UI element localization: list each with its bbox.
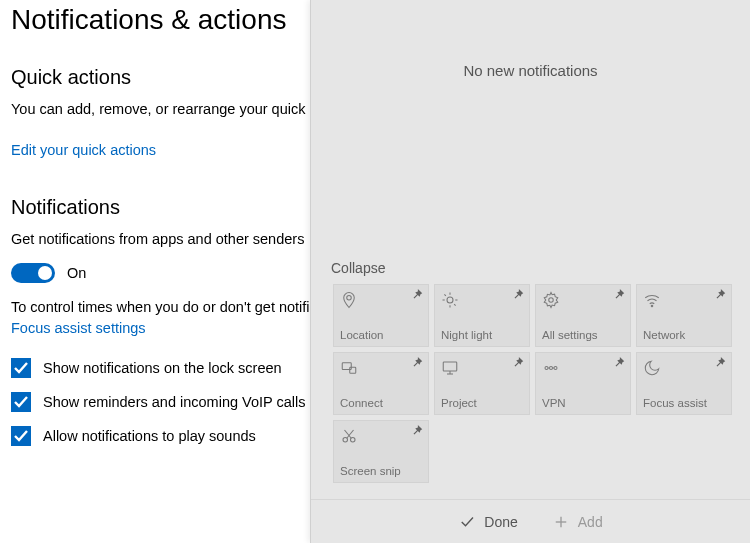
checkmark-icon xyxy=(11,392,31,412)
add-button[interactable]: Add xyxy=(552,513,603,531)
checkbox-label: Show notifications on the lock screen xyxy=(43,360,282,376)
collapse-button[interactable]: Collapse xyxy=(311,260,750,284)
checkbox-play-sounds[interactable] xyxy=(11,426,31,446)
location-icon xyxy=(340,291,358,309)
pin-icon xyxy=(410,424,424,438)
checkbox-reminders-voip[interactable] xyxy=(11,392,31,412)
pin-icon xyxy=(511,356,525,370)
checkmark-icon xyxy=(458,513,476,531)
tile-location[interactable]: Location xyxy=(333,284,429,347)
get-notifications-toggle[interactable] xyxy=(11,263,55,283)
svg-line-7 xyxy=(454,304,456,306)
flyout-footer: Done Add xyxy=(311,499,750,543)
tile-label: Focus assist xyxy=(643,397,725,410)
plus-icon xyxy=(552,513,570,531)
checkbox-label: Allow notifications to play sounds xyxy=(43,428,256,444)
snip-icon xyxy=(340,427,358,445)
tile-label: VPN xyxy=(542,397,624,410)
checkmark-icon xyxy=(11,426,31,446)
pin-icon xyxy=(511,288,525,302)
svg-line-6 xyxy=(444,294,446,296)
svg-point-1 xyxy=(447,297,453,303)
tile-vpn[interactable]: VPN xyxy=(535,352,631,415)
pin-icon xyxy=(612,288,626,302)
svg-rect-11 xyxy=(350,367,356,373)
no-notifications-message: No new notifications xyxy=(311,0,750,140)
checkmark-icon xyxy=(11,358,31,378)
vpn-icon xyxy=(542,359,560,377)
tile-network[interactable]: Network xyxy=(636,284,732,347)
tile-label: Screen snip xyxy=(340,465,422,478)
tile-label: All settings xyxy=(542,329,624,342)
focus-assist-settings-link[interactable]: Focus assist settings xyxy=(11,320,146,336)
add-label: Add xyxy=(578,514,603,530)
pin-icon xyxy=(410,288,424,302)
done-label: Done xyxy=(484,514,517,530)
done-button[interactable]: Done xyxy=(458,513,517,531)
flyout-spacer xyxy=(311,140,750,260)
quick-action-tiles: Location Night light All settings Networ… xyxy=(311,284,750,483)
tile-screen-snip[interactable]: Screen snip xyxy=(333,420,429,483)
svg-rect-12 xyxy=(443,362,457,371)
tile-label: Project xyxy=(441,397,523,410)
connect-icon xyxy=(340,359,358,377)
tile-label: Location xyxy=(340,329,422,342)
svg-point-8 xyxy=(549,298,554,303)
tile-night-light[interactable]: Night light xyxy=(434,284,530,347)
pin-icon xyxy=(713,288,727,302)
tile-label: Network xyxy=(643,329,725,342)
tile-label: Connect xyxy=(340,397,422,410)
project-icon xyxy=(441,359,459,377)
tile-focus-assist[interactable]: Focus assist xyxy=(636,352,732,415)
svg-point-16 xyxy=(550,367,553,370)
tile-all-settings[interactable]: All settings xyxy=(535,284,631,347)
edit-quick-actions-link[interactable]: Edit your quick actions xyxy=(11,142,156,158)
pin-icon xyxy=(612,356,626,370)
checkbox-lock-screen-notifs[interactable] xyxy=(11,358,31,378)
night-light-icon xyxy=(441,291,459,309)
toggle-state-label: On xyxy=(67,265,86,281)
svg-point-15 xyxy=(545,367,548,370)
tile-connect[interactable]: Connect xyxy=(333,352,429,415)
gear-icon xyxy=(542,291,560,309)
action-center-flyout: No new notifications Collapse Location N… xyxy=(310,0,750,543)
svg-point-17 xyxy=(554,367,557,370)
tile-label: Night light xyxy=(441,329,523,342)
svg-point-9 xyxy=(651,305,653,307)
pin-icon xyxy=(713,356,727,370)
moon-icon xyxy=(643,359,661,377)
wifi-icon xyxy=(643,291,661,309)
svg-point-0 xyxy=(347,296,352,301)
pin-icon xyxy=(410,356,424,370)
tile-project[interactable]: Project xyxy=(434,352,530,415)
